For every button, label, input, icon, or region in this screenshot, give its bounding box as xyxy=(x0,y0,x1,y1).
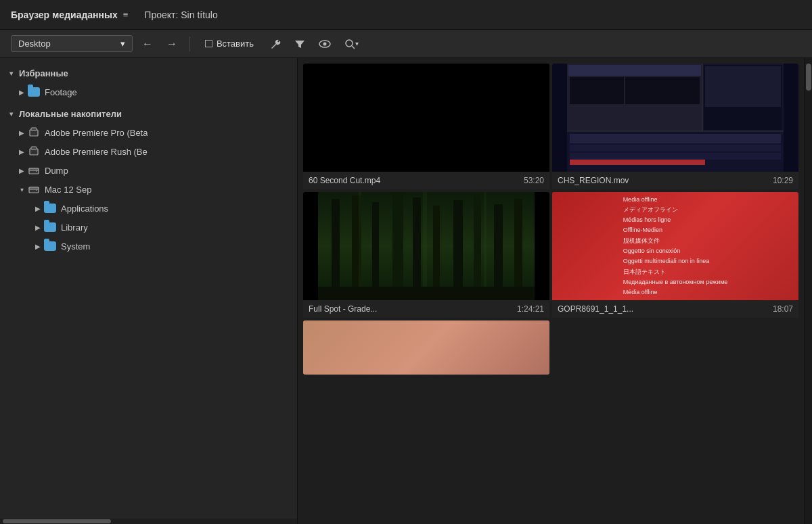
media-duration-3: 18:07 xyxy=(773,304,793,314)
premiere-pro-caret: ▶ xyxy=(16,127,27,138)
footage-item[interactable]: ▶ Footage xyxy=(0,82,297,101)
system-item[interactable]: ▶ System xyxy=(0,237,297,256)
footage-folder-icon xyxy=(27,85,41,99)
premiere-rush-caret: ▶ xyxy=(16,146,27,157)
mac-sep-label: Mac 12 Sep xyxy=(45,185,91,195)
insert-button[interactable]: □ Вставить xyxy=(198,34,261,53)
media-thumbnail-0 xyxy=(303,64,549,172)
applications-label: Applications xyxy=(61,204,108,214)
media-name-1: CHS_REGION.mov xyxy=(558,176,629,185)
scrollbar-thumb xyxy=(3,519,111,523)
svg-rect-34 xyxy=(392,192,403,300)
media-thumbnail-1 xyxy=(552,64,798,172)
svg-rect-41 xyxy=(359,192,361,300)
svg-rect-43 xyxy=(484,192,487,300)
svg-rect-38 xyxy=(474,195,481,300)
premiere-pro-item[interactable]: ▶ Adobe Premiere Pro (Beta xyxy=(0,123,297,142)
dump-caret: ▶ xyxy=(16,165,27,176)
premiere-rush-label: Adobe Premiere Rush (Be xyxy=(45,147,148,157)
divider-1 xyxy=(189,37,190,51)
eye-button[interactable] xyxy=(315,36,335,52)
svg-rect-7 xyxy=(31,147,37,149)
media-duration-0: 53:20 xyxy=(524,176,544,185)
system-folder-icon xyxy=(43,239,57,253)
media-item[interactable]: 60 Second Cut.mp4 53:20 xyxy=(303,64,549,189)
red-thumb-text: Media offline メディアオフライン Médias hors lign… xyxy=(623,195,728,298)
svg-rect-26 xyxy=(625,77,700,104)
footage-label: Footage xyxy=(45,87,77,97)
media-info-1: CHS_REGION.mov 10:29 xyxy=(552,172,798,189)
media-thumbnail-3: Media offline メディアオフライン Médias hors lign… xyxy=(552,192,798,300)
system-label: System xyxy=(61,241,90,252)
library-item[interactable]: ▶ Library xyxy=(0,218,297,237)
svg-rect-39 xyxy=(494,204,503,300)
media-name-2: Full Spot - Grade... xyxy=(309,304,377,314)
media-name-3: GOPR8691_1_1_1... xyxy=(558,304,633,314)
project-label: Проект: Sin título xyxy=(144,9,217,20)
media-duration-1: 10:29 xyxy=(773,176,793,185)
svg-rect-20 xyxy=(570,153,781,160)
footage-caret: ▶ xyxy=(16,87,27,97)
filter-button[interactable] xyxy=(290,36,309,52)
svg-rect-33 xyxy=(372,202,379,300)
svg-rect-35 xyxy=(413,197,421,300)
svg-point-10 xyxy=(36,170,37,172)
wrench-icon xyxy=(270,39,281,49)
wrench-button[interactable] xyxy=(266,36,285,52)
svg-rect-25 xyxy=(570,77,624,104)
forward-button[interactable]: → xyxy=(162,35,181,53)
svg-rect-21 xyxy=(570,160,705,165)
svg-rect-12 xyxy=(29,187,39,189)
dump-label: Dump xyxy=(45,166,68,176)
mac-sep-caret: ▾ xyxy=(16,184,27,195)
back-button[interactable]: ← xyxy=(138,35,157,53)
svg-rect-24 xyxy=(705,66,781,107)
media-item[interactable]: CHS_REGION.mov 10:29 xyxy=(552,64,798,189)
svg-rect-36 xyxy=(433,206,440,300)
media-item[interactable]: Full Spot - Grade... 1:24:21 xyxy=(303,192,549,318)
main-layout: ▾ Избранные ▶ Footage ▾ Локальные накопи… xyxy=(0,58,812,524)
search-icon xyxy=(344,39,355,49)
library-folder-icon xyxy=(43,220,57,234)
media-info-3: GOPR8691_1_1_1... 18:07 xyxy=(552,300,798,318)
scrollbar-thumb-right xyxy=(806,64,811,91)
right-scrollbar[interactable] xyxy=(804,58,812,524)
folder-dropdown[interactable]: Desktop ▾ xyxy=(11,35,133,52)
media-item[interactable]: Media offline メディアオフライン Médias hors lign… xyxy=(552,192,798,318)
search-button[interactable]: ▾ xyxy=(340,36,363,52)
insert-label: Вставить xyxy=(217,39,254,49)
svg-rect-40 xyxy=(514,199,522,300)
library-label: Library xyxy=(61,222,88,233)
svg-line-3 xyxy=(352,46,355,49)
insert-icon: □ xyxy=(205,37,212,51)
system-caret: ▶ xyxy=(32,241,43,252)
media-thumbnail-2 xyxy=(303,192,549,300)
local-drives-caret: ▾ xyxy=(5,108,16,119)
folder-name: Desktop xyxy=(18,39,51,49)
eye-icon xyxy=(319,39,331,49)
media-grid-container[interactable]: 60 Second Cut.mp4 53:20 xyxy=(298,58,804,524)
svg-point-1 xyxy=(323,42,326,45)
svg-rect-22 xyxy=(568,65,701,76)
svg-rect-9 xyxy=(29,168,39,170)
menu-icon[interactable]: ≡ xyxy=(123,9,129,20)
applications-item[interactable]: ▶ Applications xyxy=(0,199,297,218)
applications-caret: ▶ xyxy=(32,203,43,214)
local-drives-label: Локальные накопители xyxy=(19,109,122,119)
media-name-0: 60 Second Cut.mp4 xyxy=(309,176,380,185)
sidebar-scrollbar-h[interactable] xyxy=(0,519,297,524)
mac-sep-item[interactable]: ▾ Mac 12 Sep xyxy=(0,180,297,199)
premiere-rush-item[interactable]: ▶ Adobe Premiere Rush (Be xyxy=(0,142,297,161)
premiere-rush-drive-icon xyxy=(27,145,41,158)
svg-rect-42 xyxy=(423,192,427,300)
svg-rect-37 xyxy=(453,200,463,300)
dump-item[interactable]: ▶ Dump xyxy=(0,161,297,180)
app-title: Браузер медиаданных xyxy=(11,9,118,20)
filter-icon xyxy=(294,39,305,49)
media-item[interactable] xyxy=(303,320,549,375)
premiere-pro-label: Adobe Premiere Pro (Beta xyxy=(45,128,148,138)
dropdown-arrow: ▾ xyxy=(120,39,125,49)
local-drives-section[interactable]: ▾ Локальные накопители xyxy=(0,104,297,123)
favorites-section[interactable]: ▾ Избранные xyxy=(0,64,297,82)
svg-point-2 xyxy=(346,40,353,47)
